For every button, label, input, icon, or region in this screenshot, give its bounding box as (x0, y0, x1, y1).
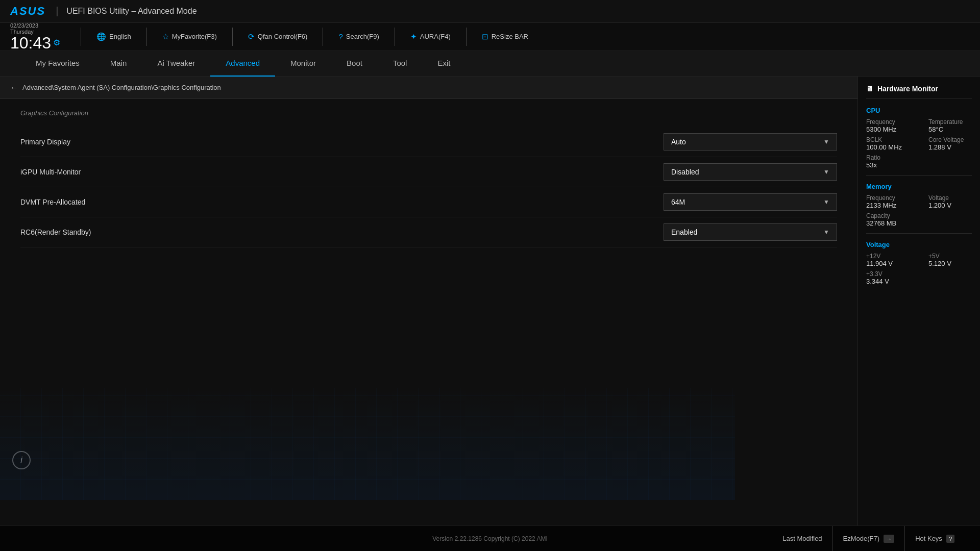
hw-cpu-bclk-pair: BCLK 100.00 MHz (866, 136, 910, 151)
igpu-arrow: ▼ (823, 168, 829, 176)
hw-cpu-vcore-pair: Core Voltage 1.288 V (928, 136, 972, 151)
hw-cpu-bclk-row: BCLK 100.00 MHz Core Voltage 1.288 V (866, 136, 972, 151)
topbar-resizebar-label: ReSize BAR (492, 33, 528, 40)
nav-item-favorites[interactable]: My Favorites (20, 51, 95, 77)
hw-mem-volt-label: Voltage (928, 194, 972, 202)
hw-bclk-value: 100.00 MHz (866, 143, 910, 151)
hw-mem-cap-pair: Capacity 32768 MB (866, 212, 910, 227)
hw-monitor-panel: 🖥 Hardware Monitor CPU Frequency 5300 MH… (857, 77, 980, 525)
hw-mem-volt-value: 1.200 V (928, 202, 972, 209)
topbar-divider-2 (146, 28, 147, 46)
topbar-search[interactable]: ? Search(F9) (338, 32, 379, 41)
star-icon: ☆ (162, 32, 169, 41)
graphics-config-section: Graphics Configuration Primary Display A… (0, 99, 857, 258)
nav-item-exit[interactable]: Exit (422, 51, 465, 77)
nav-item-main[interactable]: Main (95, 51, 142, 77)
hw-v33-value: 3.344 V (866, 278, 910, 285)
hw-cpu-freq-pair: Frequency 5300 MHz (866, 118, 910, 133)
date-text: 02/23/2023Thursday (10, 22, 38, 35)
hw-cpu-temp-label: Temperature (928, 118, 972, 126)
topbar-resizebar[interactable]: ⊡ ReSize BAR (482, 32, 528, 41)
hw-bclk-label: BCLK (866, 136, 910, 143)
hw-ratio-value: 53x (866, 161, 910, 169)
hw-mem-freq-pair: Frequency 2133 MHz (866, 194, 910, 209)
primary-display-value: Auto (671, 138, 686, 146)
primary-display-select[interactable]: Auto ▼ (664, 133, 837, 151)
hw-v5-pair: +5V 5.120 V (928, 253, 972, 267)
nav-item-advanced[interactable]: Advanced (210, 51, 275, 77)
topbar-english[interactable]: 🌐 English (96, 32, 131, 41)
hw-v12-value: 11.904 V (866, 260, 910, 267)
hw-cap-value: 32768 MB (866, 219, 910, 227)
hw-cpu-section: CPU (866, 107, 972, 114)
nav-item-ai-tweaker[interactable]: Ai Tweaker (142, 51, 210, 77)
primary-display-arrow: ▼ (823, 138, 829, 145)
nav-item-tool[interactable]: Tool (378, 51, 423, 77)
last-modified-label: Last Modified (782, 535, 822, 542)
hw-v33-label: +3.3V (866, 270, 910, 278)
topbar-aura[interactable]: ✦ AURA(F4) (410, 32, 451, 41)
config-row-rc6: RC6(Render Standby) Enabled ▼ (20, 217, 837, 247)
last-modified-button[interactable]: Last Modified (772, 526, 832, 552)
fan-icon: ⟳ (248, 32, 255, 41)
hw-mem-freq-row: Frequency 2133 MHz Voltage 1.200 V (866, 194, 972, 209)
hotkeys-label: Hot Keys (915, 535, 942, 542)
hw-v33-row: +3.3V 3.344 V (866, 270, 972, 285)
breadcrumb-text: Advanced\System Agent (SA) Configuration… (22, 84, 221, 91)
footer: Version 2.22.1286 Copyright (C) 2022 AMI… (0, 525, 980, 551)
rc6-value: Enabled (671, 228, 697, 236)
igpu-value: Disabled (671, 168, 699, 176)
hw-mem-volt-pair: Voltage 1.200 V (928, 194, 972, 209)
hw-cpu-freq-row: Frequency 5300 MHz Temperature 58°C (866, 118, 972, 133)
time-text: 10:43 (10, 35, 51, 51)
globe-icon: 🌐 (96, 32, 106, 41)
igpu-label: iGPU Multi-Monitor (20, 168, 664, 176)
monitor-display-icon: 🖥 (866, 85, 873, 93)
hw-divider-1 (866, 175, 972, 176)
hw-monitor-title: 🖥 Hardware Monitor (866, 85, 972, 98)
main-content: ← Advanced\System Agent (SA) Configurati… (0, 77, 857, 525)
resize-icon: ⊡ (482, 32, 488, 41)
settings-icon[interactable]: ⚙ (53, 38, 60, 47)
info-icon[interactable]: i (12, 451, 31, 469)
topbar: 02/23/2023Thursday 10:43 ⚙ 🌐 English ☆ M… (0, 22, 980, 51)
primary-display-label: Primary Display (20, 138, 664, 146)
rc6-select[interactable]: Enabled ▼ (664, 223, 837, 241)
topbar-divider-1 (81, 28, 81, 46)
topbar-search-label: Search(F9) (346, 33, 379, 40)
breadcrumb: ← Advanced\System Agent (SA) Configurati… (0, 77, 857, 99)
nav-item-boot[interactable]: Boot (331, 51, 378, 77)
rc6-label: RC6(Render Standby) (20, 228, 664, 236)
question-icon: ? (338, 32, 342, 41)
hw-v5-label: +5V (928, 253, 972, 260)
hw-core-voltage-value: 1.288 V (928, 143, 972, 151)
hw-cpu-freq-value: 5300 MHz (866, 126, 910, 133)
nav-item-monitor[interactable]: Monitor (275, 51, 331, 77)
dvmt-label: DVMT Pre-Allocated (20, 198, 664, 206)
topbar-myfavorite[interactable]: ☆ MyFavorite(F3) (162, 32, 217, 41)
navbar: My Favorites Main Ai Tweaker Advanced Mo… (0, 51, 980, 77)
hw-cpu-freq-label: Frequency (866, 118, 910, 126)
header: ASUS | UEFI BIOS Utility – Advanced Mode (0, 0, 980, 22)
hotkeys-button[interactable]: Hot Keys ? (905, 526, 965, 552)
footer-right: Last Modified EzMode(F7) → Hot Keys ? (772, 526, 965, 552)
topbar-qfan[interactable]: ⟳ Qfan Control(F6) (248, 32, 308, 41)
hw-core-voltage-label: Core Voltage (928, 136, 972, 143)
hw-ratio-label: Ratio (866, 154, 910, 161)
hw-voltage-section: Voltage (866, 241, 972, 248)
dvmt-select[interactable]: 64M ▼ (664, 193, 837, 211)
hw-cap-label: Capacity (866, 212, 910, 219)
hw-cpu-temp-pair: Temperature 58°C (928, 118, 972, 133)
topbar-divider-3 (232, 28, 233, 46)
ezmode-label: EzMode(F7) (843, 535, 880, 542)
hw-v33-pair: +3.3V 3.344 V (866, 270, 910, 285)
footer-version: Version 2.22.1286 Copyright (C) 2022 AMI (432, 535, 547, 542)
topbar-qfan-label: Qfan Control(F6) (258, 33, 308, 40)
hw-mem-freq-value: 2133 MHz (866, 202, 910, 209)
config-row-primary-display: Primary Display Auto ▼ (20, 127, 837, 157)
igpu-select[interactable]: Disabled ▼ (664, 163, 837, 181)
ezmode-button[interactable]: EzMode(F7) → (833, 526, 905, 552)
breadcrumb-back-arrow[interactable]: ← (10, 83, 18, 92)
content-area: ← Advanced\System Agent (SA) Configurati… (0, 77, 980, 525)
topbar-divider-5 (395, 28, 395, 46)
